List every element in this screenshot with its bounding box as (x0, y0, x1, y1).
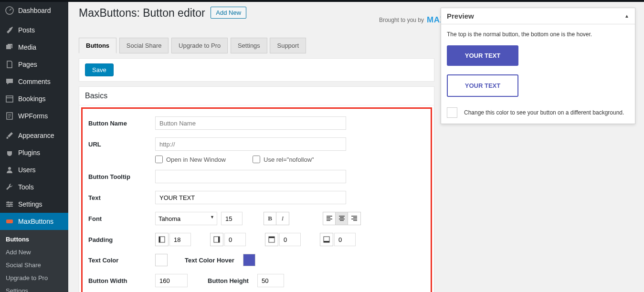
sidebar-item-plugins[interactable]: Plugins (0, 144, 68, 161)
italic-button[interactable]: I (276, 212, 289, 225)
sidebar-item-appearance[interactable]: Appearance (0, 127, 68, 144)
font-style-group: B I (264, 212, 289, 225)
plug-icon (5, 148, 14, 157)
svg-rect-14 (218, 237, 220, 242)
sidebar-item-label: WPForms (18, 112, 48, 120)
svg-point-3 (8, 167, 11, 170)
sidebar-item-wpforms[interactable]: WPForms (0, 107, 68, 125)
open-new-window-checkbox[interactable]: Open in New Window (155, 156, 226, 163)
section-heading: Basics (79, 87, 434, 105)
pad-top-input[interactable] (279, 233, 301, 246)
sidebar-item-label: Users (18, 166, 36, 174)
sidebar-item-label: Bookings (18, 95, 46, 103)
sidebar-item-dashboard[interactable]: Dashboard (0, 2, 68, 19)
sidebar-item-label: Appearance (18, 132, 54, 139)
sidebar-item-posts[interactable]: Posts (0, 21, 68, 39)
font-size-input[interactable] (221, 212, 243, 225)
pad-bottom-input[interactable] (334, 233, 356, 246)
sidebar-item-comments[interactable]: Comments (0, 73, 68, 90)
text-align-group (323, 212, 361, 225)
pad-right-input[interactable] (224, 233, 246, 246)
pad-right-icon (210, 233, 223, 246)
wrench-icon (5, 182, 14, 192)
sidebar-item-media[interactable]: Media (0, 39, 68, 56)
sidebar-item-settings[interactable]: Settings (0, 196, 68, 213)
button-name-label: Button Name (88, 120, 155, 127)
preview-panel: Preview ▲ The top is the normal button, … (441, 8, 635, 124)
sidebar-item-bookings[interactable]: Bookings (0, 90, 68, 107)
tab-support[interactable]: Support (270, 38, 306, 53)
tab-upgrade[interactable]: Upgrade to Pro (171, 38, 228, 53)
svg-rect-12 (159, 237, 160, 242)
bold-button[interactable]: B (264, 212, 276, 225)
comment-icon (5, 77, 14, 86)
tab-social-share[interactable]: Social Share (119, 38, 169, 53)
gear-icon (5, 199, 14, 209)
submenu-add-new[interactable]: Add New (0, 246, 68, 259)
font-label: Font (88, 215, 155, 222)
text-label: Text (88, 194, 155, 201)
basics-section: Basics Button Name URL Open in New Windo… (79, 86, 434, 292)
preview-footer-text: Change this color to see your button on … (464, 109, 624, 116)
sidebar-item-label: Pages (18, 61, 37, 68)
preview-title: Preview (447, 12, 474, 20)
dashboard-icon (5, 6, 14, 15)
svg-rect-5 (6, 204, 13, 205)
sidebar-item-pages[interactable]: Pages (0, 56, 68, 73)
nofollow-checkbox[interactable]: Use rel="nofollow" (253, 156, 314, 163)
button-name-input[interactable] (155, 116, 346, 130)
add-new-button[interactable]: Add New (211, 7, 246, 19)
svg-rect-10 (6, 219, 13, 223)
text-color-hover-swatch[interactable] (243, 254, 255, 266)
tab-settings[interactable]: Settings (231, 38, 267, 53)
svg-rect-4 (6, 202, 13, 203)
sidebar-item-label: Comments (18, 78, 51, 85)
svg-rect-1 (6, 96, 13, 102)
sidebar-item-maxbuttons[interactable]: MaxButtons (0, 213, 68, 230)
url-input[interactable] (155, 137, 346, 151)
nofollow-input[interactable] (253, 156, 260, 163)
font-select[interactable]: Tahoma (155, 212, 217, 225)
pad-left-input[interactable] (169, 233, 191, 246)
svg-rect-9 (9, 205, 10, 207)
text-color-label: Text Color (88, 257, 155, 264)
sidebar-item-tools[interactable]: Tools (0, 178, 68, 196)
open-new-window-input[interactable] (155, 156, 163, 163)
svg-rect-7 (8, 201, 9, 203)
text-color-swatch[interactable] (155, 254, 168, 266)
pad-left-icon (155, 233, 169, 246)
maxbuttons-submenu: Buttons Add New Social Share Upgrade to … (0, 230, 68, 292)
align-left-button[interactable] (323, 212, 336, 225)
align-right-button[interactable] (348, 212, 360, 225)
sidebar-item-label: MaxButtons (18, 218, 53, 225)
submenu-social-share[interactable]: Social Share (0, 259, 68, 271)
sidebar-item-label: Settings (18, 200, 42, 208)
button-width-input[interactable] (155, 274, 188, 287)
sidebar-item-label: Plugins (18, 149, 40, 156)
padding-label: Padding (88, 236, 155, 243)
text-input[interactable] (155, 191, 346, 204)
align-center-button[interactable] (336, 212, 348, 225)
sidebar-item-label: Posts (18, 26, 35, 34)
text-color-hover-label: Text Color Hover (185, 257, 234, 264)
admin-sidebar: Dashboard Posts Media Pages Comments Boo… (0, 2, 68, 292)
preview-bg-swatch[interactable] (447, 107, 457, 118)
submenu-buttons[interactable]: Buttons (0, 233, 68, 246)
tab-buttons[interactable]: Buttons (79, 38, 116, 53)
url-label: URL (88, 141, 155, 148)
preview-toggle-icon[interactable]: ▲ (624, 13, 629, 19)
svg-rect-18 (324, 241, 329, 242)
sidebar-item-label: Dashboard (18, 7, 51, 14)
submenu-upgrade[interactable]: Upgrade to Pro (0, 271, 68, 284)
svg-rect-16 (269, 237, 274, 238)
sidebar-item-users[interactable]: Users (0, 161, 68, 178)
brush-icon (5, 131, 14, 140)
submenu-settings[interactable]: Settings (0, 284, 68, 292)
user-icon (5, 165, 14, 175)
page-title: MaxButtons: Button editor (79, 7, 205, 20)
tooltip-input[interactable] (155, 170, 346, 183)
save-button[interactable]: Save (85, 63, 114, 76)
form-icon (5, 111, 14, 121)
button-height-input[interactable] (257, 274, 284, 287)
button-height-label: Button Height (208, 277, 249, 284)
